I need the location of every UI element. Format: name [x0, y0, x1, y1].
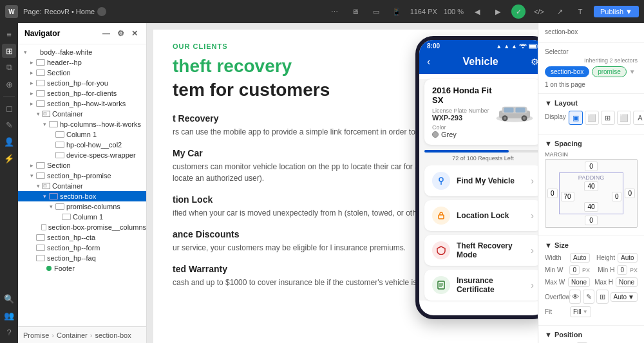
toolbar-icon-1[interactable]: ≡: [2, 27, 16, 41]
nav-item-4[interactable]: ▸section_hp--for-clients: [18, 88, 146, 98]
svg-rect-7: [516, 107, 526, 113]
nav-toggle-4[interactable]: ▸: [27, 90, 36, 97]
nav-item-10[interactable]: device-specs-wrapper: [18, 150, 146, 160]
nav-item-19[interactable]: section_hp--form: [18, 243, 146, 253]
rp-spacing-title: ▼ Spacing: [545, 140, 638, 147]
nav-toggle-6[interactable]: ▾: [33, 111, 43, 117]
padding-bottom-val[interactable]: 40: [584, 202, 598, 212]
display-text-icon[interactable]: A: [633, 111, 644, 125]
chip-promise[interactable]: promise: [592, 66, 627, 77]
phone-back-button[interactable]: ‹: [427, 56, 430, 68]
nav-item-8[interactable]: Column 1: [18, 129, 146, 140]
nav-item-9[interactable]: hp-col-how__col2: [18, 140, 146, 150]
nav-toggle-13[interactable]: ▾: [33, 183, 43, 189]
nav-back-icon[interactable]: ◀: [470, 5, 484, 19]
overflow-eye-icon[interactable]: 👁: [569, 290, 581, 304]
minh-value[interactable]: 0: [617, 265, 627, 275]
nav-toggle-12[interactable]: ▾: [27, 172, 36, 179]
margin-bottom-val[interactable]: 0: [585, 216, 598, 225]
nav-item-7[interactable]: ▾hp-columns--how-it-works: [18, 119, 146, 129]
chip-section-box[interactable]: section-box: [545, 66, 589, 77]
overflow-edit-icon[interactable]: ✎: [583, 290, 594, 304]
share-icon[interactable]: ↗: [553, 5, 567, 19]
text-icon[interactable]: T: [573, 5, 587, 19]
nav-toggle-1[interactable]: ▸: [27, 59, 36, 66]
nav-item-13[interactable]: ▾⊡Container: [18, 181, 146, 191]
bc-section-box[interactable]: section-box: [95, 331, 131, 339]
toolbar-help-icon[interactable]: ?: [2, 325, 16, 339]
display-flex-icon[interactable]: ⬜: [585, 111, 599, 125]
nav-item-12[interactable]: ▾section_hp--promise: [18, 171, 146, 181]
nav-toggle-14[interactable]: ▾: [40, 193, 49, 199]
margin-top-val[interactable]: 0: [585, 162, 598, 171]
padding-left-val[interactable]: 70: [561, 192, 574, 201]
nav-item-18[interactable]: section_hp--cta: [18, 232, 146, 243]
maxw-value[interactable]: None: [568, 277, 590, 287]
margin-left-val[interactable]: 0: [547, 189, 558, 198]
nav-toggle-11[interactable]: ▸: [27, 162, 36, 169]
fit-select[interactable]: Fill ▼: [570, 306, 591, 317]
nav-toggle-5[interactable]: ▸: [27, 100, 36, 107]
phone-menu-find[interactable]: Find My Vehicle ›: [424, 165, 538, 196]
mobile-view-icon[interactable]: 📱: [390, 5, 404, 19]
margin-right-val[interactable]: 0: [625, 189, 635, 198]
display-grid-icon[interactable]: ⊞: [601, 111, 615, 125]
toolbar-icon-6[interactable]: ✎: [2, 118, 16, 132]
phone-gear-icon[interactable]: ⚙: [531, 57, 538, 67]
navigator-close-icon[interactable]: ✕: [129, 28, 140, 39]
nav-item-3[interactable]: ▸section_hp--for-you: [18, 78, 146, 88]
minw-value[interactable]: 0: [569, 265, 580, 275]
toolbar-icon-7[interactable]: 👤: [2, 134, 16, 149]
nav-item-16[interactable]: Column 1: [18, 212, 146, 222]
nav-item-2[interactable]: ▸Section: [18, 68, 146, 78]
navigator-collapse-icon[interactable]: —: [101, 28, 111, 39]
toolbar-icon-4[interactable]: ⊕: [2, 77, 16, 91]
nav-forward-icon[interactable]: ▶: [491, 5, 505, 19]
phone-menu-location-lock[interactable]: Location Lock ›: [424, 200, 538, 231]
bc-promise[interactable]: Promise: [23, 331, 49, 339]
phone-menu-theft[interactable]: Theft Recovery Mode ›: [424, 235, 538, 266]
maxh-value[interactable]: None: [616, 277, 638, 287]
tablet-view-icon[interactable]: ▭: [369, 5, 383, 19]
toolbar-users-icon[interactable]: 👥: [2, 308, 16, 322]
nav-item-5[interactable]: ▸section_hp--how-it-works: [18, 98, 146, 109]
nav-item-6[interactable]: ▾⊡Container: [18, 109, 146, 119]
display-inline-icon[interactable]: ⬜: [617, 111, 631, 125]
code-icon[interactable]: </>: [532, 5, 546, 19]
padding-top-val[interactable]: 40: [584, 181, 598, 191]
menu-icon[interactable]: ⋯: [328, 5, 342, 19]
nav-toggle-7[interactable]: ▾: [40, 121, 49, 127]
nav-toggle-3[interactable]: ▸: [27, 80, 36, 86]
navigator-settings-icon[interactable]: ⚙: [115, 28, 126, 39]
height-value[interactable]: Auto: [618, 253, 638, 263]
nav-item-0[interactable]: ▾body--fake-white: [18, 47, 146, 57]
phone-title: Vehicle: [463, 56, 498, 68]
desktop-view-icon[interactable]: 🖥: [348, 5, 363, 19]
nav-toggle-15[interactable]: ▾: [46, 203, 55, 210]
size-minw-row: Min W 0 PX Min H 0 PX: [545, 265, 638, 275]
publish-button[interactable]: Publish ▼: [594, 6, 639, 17]
toolbar-icon-8[interactable]: ⚡: [2, 151, 16, 165]
toolbar-icon-5[interactable]: ◻: [2, 101, 16, 115]
chip-dropdown[interactable]: ▼: [629, 68, 636, 75]
width-value[interactable]: Auto: [570, 253, 590, 263]
nav-item-11[interactable]: ▸Section: [18, 160, 146, 171]
nav-item-21[interactable]: Footer: [18, 263, 146, 273]
toolbar-navigator-icon[interactable]: ⊞: [2, 44, 16, 58]
phone-menu-insurance[interactable]: Insurance Certificate ›: [424, 270, 538, 301]
nav-item-17[interactable]: section-box-promise__columns: [18, 222, 146, 232]
bc-container[interactable]: Container: [57, 331, 88, 339]
nav-toggle-0[interactable]: ▾: [21, 49, 30, 55]
rp-selector-label: Selector: [545, 48, 638, 55]
display-block-icon[interactable]: ▣: [569, 111, 583, 125]
nav-item-14[interactable]: ▾section-box: [18, 191, 146, 201]
toolbar-search-icon[interactable]: 🔍: [2, 292, 16, 306]
overflow-auto-val[interactable]: Auto ▼: [611, 292, 638, 302]
nav-item-1[interactable]: ▸header--hp: [18, 57, 146, 68]
overflow-grid-icon[interactable]: ⊞: [596, 290, 608, 304]
nav-item-15[interactable]: ▾promise-columns: [18, 201, 146, 212]
nav-item-20[interactable]: section_hp--faq: [18, 253, 146, 263]
nav-toggle-2[interactable]: ▸: [27, 70, 36, 76]
toolbar-icon-3[interactable]: ⧉: [2, 60, 16, 75]
padding-right-val[interactable]: 0: [612, 192, 622, 201]
